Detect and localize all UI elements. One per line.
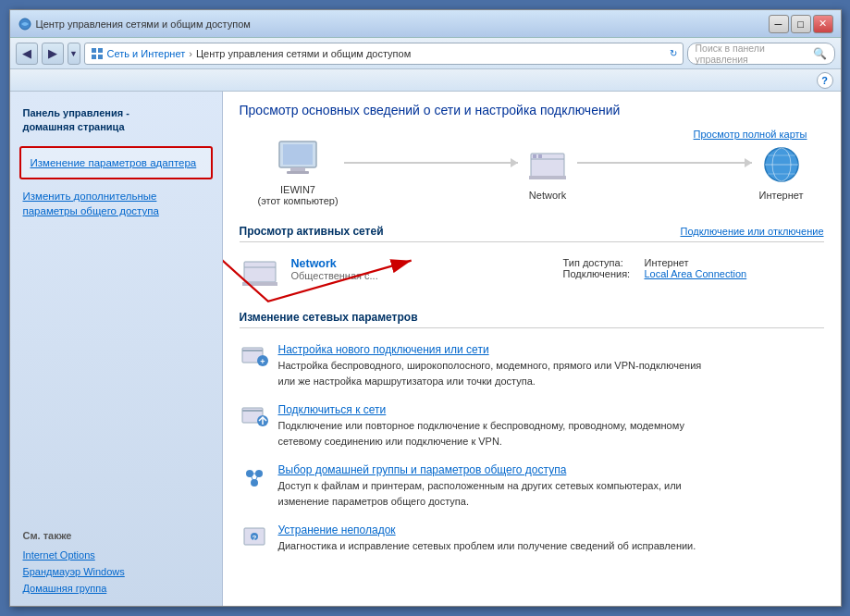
maximize-button[interactable]: □ [791, 15, 811, 33]
minimize-button[interactable]: ─ [769, 15, 789, 33]
settings-text-3: Устранение неполадок Диагностика и испра… [278, 524, 824, 554]
title-bar-left: Центр управления сетями и общим доступом [18, 17, 251, 31]
map-label-network: Network [529, 190, 566, 201]
svg-rect-12 [538, 154, 542, 158]
connect-network-icon [240, 403, 269, 431]
main-area: Панель управления - домашняя страница Из… [10, 92, 841, 606]
settings-item-2: Выбор домашней группы и параметров общег… [240, 456, 824, 516]
forward-button[interactable]: ▶ [42, 43, 64, 65]
troubleshoot-icon: ? [240, 524, 269, 551]
refresh-icon[interactable]: ↻ [670, 48, 677, 58]
change-settings-section: Изменение сетевых параметров + Настройка… [240, 311, 824, 561]
connections-value[interactable]: Local Area Connection [645, 268, 747, 279]
active-network-icon [240, 257, 280, 292]
settings-text-2: Выбор домашней группы и параметров общег… [278, 463, 824, 509]
grid-icon [91, 47, 104, 60]
map-connector-1 [344, 162, 518, 164]
title-bar-controls: ─ □ ✕ [769, 15, 833, 33]
svg-rect-3 [92, 55, 96, 59]
troubleshoot-link[interactable]: Устранение неполадок [278, 524, 824, 536]
sidebar: Панель управления - домашняя страница Из… [10, 92, 223, 606]
main-window: Центр управления сетями и общим доступом… [9, 9, 842, 607]
breadcrumb-network[interactable]: Сеть и Интернет [107, 48, 186, 59]
sidebar-also-title: См. также [10, 524, 222, 547]
search-placeholder: Поиск в панели управления [696, 43, 809, 65]
sidebar-home-title: Панель управления - домашняя страница [10, 101, 222, 141]
svg-text:+: + [260, 357, 265, 366]
network-icon [524, 143, 572, 186]
access-type-row: Тип доступа: Интернет [563, 257, 824, 268]
svg-rect-6 [283, 144, 313, 165]
active-network-type: Общественная с... [291, 270, 552, 281]
content-area: Просмотр основных сведений о сети и наст… [223, 92, 841, 606]
sidebar-firewall[interactable]: Брандмауэр Windows [10, 563, 222, 580]
svg-rect-8 [287, 171, 309, 174]
setup-connection-icon: + [240, 343, 269, 371]
active-network-name[interactable]: Network [291, 257, 552, 270]
svg-rect-7 [290, 167, 305, 171]
map-connector-2 [577, 162, 751, 164]
svg-rect-23 [242, 350, 263, 351]
title-text: Центр управления сетями и общим доступом [36, 18, 251, 30]
view-full-map-link[interactable]: Просмотр полной карты [694, 129, 807, 140]
help-button[interactable]: ? [817, 72, 833, 89]
svg-rect-2 [98, 48, 103, 53]
map-item-network: Network [524, 143, 572, 201]
svg-rect-27 [242, 410, 263, 412]
map-label-internet: Интернет [759, 190, 804, 201]
settings-text-1: Подключиться к сети Подключение или повт… [278, 403, 824, 449]
help-bar: ? [10, 69, 841, 92]
svg-rect-13 [529, 176, 566, 179]
network-row: Network Общественная с... Тип доступа: И… [240, 250, 824, 300]
change-section-title: Изменение сетевых параметров [240, 311, 824, 328]
network-map: Просмотр полной карты IEWIN7 (этот компь… [240, 129, 824, 216]
page-title: Просмотр основных сведений о сети и наст… [240, 103, 824, 117]
connect-disconnect-link[interactable]: Подключение или отключение [680, 226, 823, 237]
computer-icon [274, 138, 322, 180]
settings-text-0: Настройка нового подключения или сети На… [278, 343, 824, 388]
active-networks-title: Просмотр активных сетей [240, 225, 384, 238]
setup-connection-desc: Настройка беспроводного, широкополосного… [278, 358, 824, 388]
close-button[interactable]: ✕ [813, 15, 833, 33]
active-networks-header: Просмотр активных сетей Подключение или … [240, 225, 824, 242]
troubleshoot-desc: Диагностика и исправление сетевых пробле… [278, 538, 824, 554]
homegroup-desc: Доступ к файлам и принтерам, расположенн… [278, 478, 824, 509]
sidebar-homegroup[interactable]: Домашняя группа [10, 580, 222, 597]
breadcrumb-current: Центр управления сетями и общим доступом [196, 48, 411, 59]
search-box[interactable]: Поиск в панели управления 🔍 [687, 43, 835, 65]
svg-rect-1 [92, 48, 96, 53]
address-bar: ◀ ▶ ▼ Сеть и Интернет › Центр управления… [10, 38, 841, 69]
svg-rect-21 [242, 282, 277, 286]
map-label-computer: IEWIN7 (этот компьютер) [258, 184, 339, 206]
breadcrumb-separator: › [189, 48, 192, 59]
sidebar-spacer [10, 222, 222, 524]
setup-connection-link[interactable]: Настройка нового подключения или сети [278, 343, 824, 356]
access-type-value: Интернет [645, 257, 689, 268]
sidebar-internet-options[interactable]: Internet Options [10, 547, 222, 563]
search-icon: 🔍 [813, 47, 827, 60]
svg-rect-4 [98, 55, 103, 59]
address-box[interactable]: Сеть и Интернет › Центр управления сетям… [84, 43, 684, 65]
sidebar-adapter-settings[interactable]: Изменение параметров адаптера [19, 146, 213, 179]
settings-item-3: ? Устранение неполадок Диагностика и исп… [240, 516, 824, 561]
dropdown-button[interactable]: ▼ [68, 43, 80, 65]
network-details: Тип доступа: Интернет Подключения: Local… [563, 257, 824, 279]
sidebar-sharing-settings[interactable]: Изменить дополнительные параметры общего… [10, 185, 222, 222]
connections-row: Подключения: Local Area Connection [563, 268, 824, 279]
svg-rect-11 [533, 154, 536, 158]
homegroup-icon [240, 463, 269, 491]
internet-icon [758, 143, 806, 186]
connect-network-link[interactable]: Подключиться к сети [278, 403, 824, 416]
svg-text:?: ? [252, 534, 256, 542]
connections-label: Подключения: [563, 268, 637, 279]
map-item-computer: IEWIN7 (этот компьютер) [258, 138, 339, 206]
homegroup-link[interactable]: Выбор домашней группы и параметров общег… [278, 463, 824, 476]
connect-network-desc: Подключение или повторное подключение к … [278, 418, 824, 449]
svg-rect-19 [244, 262, 276, 282]
settings-item-1: Подключиться к сети Подключение или повт… [240, 396, 824, 456]
settings-item-0: + Настройка нового подключения или сети … [240, 336, 824, 396]
back-button[interactable]: ◀ [16, 43, 38, 65]
app-icon [18, 17, 32, 31]
title-bar: Центр управления сетями и общим доступом… [10, 10, 841, 38]
map-item-internet: Интернет [758, 143, 806, 201]
